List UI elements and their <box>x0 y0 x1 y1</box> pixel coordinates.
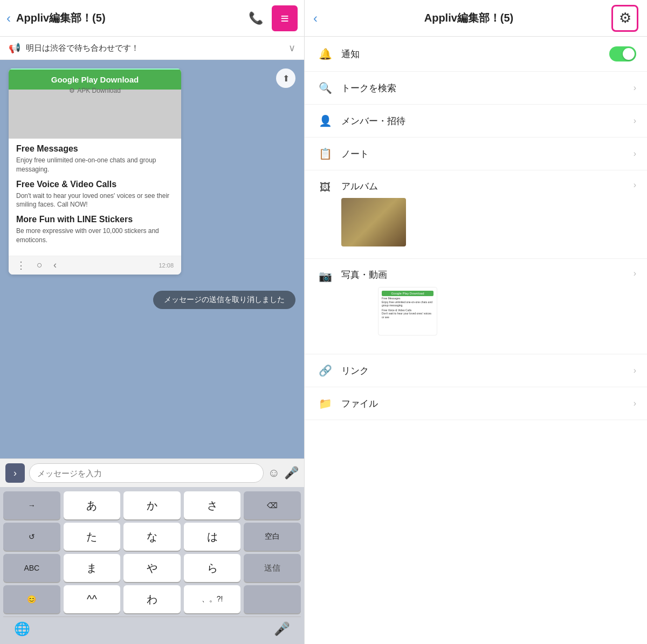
menu-item-files[interactable]: 📁 ファイル › <box>305 387 647 420</box>
key-wa[interactable]: わ <box>123 585 181 613</box>
files-chevron-icon: › <box>634 399 636 408</box>
gear-icon: ⚙ <box>619 10 631 26</box>
chat-area: Google Play Download ⚙ APK Download Free… <box>0 60 304 458</box>
keyboard: → あ か さ ⌫ ↺ た な は 空白 ABC ま や ら 送信 😊 ^^ わ… <box>0 487 304 644</box>
left-header: ‹ Appliv編集部！(5) 📞 ≡ <box>0 0 304 37</box>
right-title: Appliv編集部！(5) <box>326 11 611 25</box>
card-bottom-bar: ⋮ ○ ‹ 12:08 <box>9 256 181 275</box>
album-chevron-icon: › <box>634 180 636 190</box>
key-arrow[interactable]: → <box>3 491 60 519</box>
right-back-button[interactable]: ‹ <box>313 11 318 26</box>
key-ha[interactable]: は <box>184 523 241 551</box>
globe-icon[interactable]: 🌐 <box>14 621 30 636</box>
photo-thumbnail: Google Play Download Free MessagesEnjoy … <box>378 287 437 335</box>
keyboard-row-2: ↺ た な は 空白 <box>3 523 301 551</box>
menu-button[interactable]: ≡ <box>272 5 298 31</box>
key-empty <box>244 585 301 613</box>
input-area: › ☺ 🎤 <box>0 458 304 487</box>
files-icon: 📁 <box>315 397 335 410</box>
feature-title-3: More Fun with LINE Stickers <box>16 215 174 224</box>
menu-item-photos[interactable]: 📷 写真・動画 › Google Play Download Free Mess… <box>305 259 647 354</box>
menu-item-search[interactable]: 🔍 トークを検索 › <box>305 72 647 105</box>
photos-chevron-icon: › <box>634 269 636 278</box>
members-icon: 👤 <box>315 114 335 127</box>
right-header: ‹ Appliv編集部！(5) ⚙ <box>305 0 647 37</box>
links-chevron-icon: › <box>634 366 636 375</box>
files-label: ファイル <box>341 398 634 410</box>
message-input[interactable] <box>29 463 264 483</box>
key-na[interactable]: な <box>123 523 181 551</box>
key-abc[interactable]: ABC <box>3 554 60 582</box>
links-label: リンク <box>341 365 634 377</box>
notice-text: 明日は渋谷で待ち合わせです！ <box>26 43 288 53</box>
mic-keyboard-icon[interactable]: 🎤 <box>274 621 290 636</box>
nav-back-icon: ‹ <box>53 259 57 271</box>
search-icon: 🔍 <box>315 81 335 94</box>
key-punct[interactable]: 、。?! <box>184 585 241 613</box>
card-nav-icons: ⋮ ○ ‹ <box>16 259 57 271</box>
key-ma[interactable]: ま <box>64 554 121 582</box>
key-ra[interactable]: ら <box>184 554 241 582</box>
left-title: Appliv編集部！(5) <box>16 11 249 25</box>
key-space[interactable]: 空白 <box>244 523 301 551</box>
apk-download-link[interactable]: ⚙ APK Download <box>9 85 181 97</box>
message-time: 12:08 <box>159 262 174 269</box>
left-back-button[interactable]: ‹ <box>6 11 11 26</box>
feature-desc-2: Don't wait to hear your loved ones' voic… <box>16 191 174 210</box>
note-chevron-icon: › <box>634 149 636 159</box>
photos-icon: 📷 <box>315 270 335 283</box>
album-icon: 🖼 <box>315 181 335 194</box>
notification-bar: 📢 明日は渋谷で待ち合わせです！ ∨ <box>0 37 304 60</box>
key-daku[interactable]: ^^ <box>64 585 121 613</box>
keyboard-row-3: ABC ま や ら 送信 <box>3 554 301 582</box>
menu-item-note[interactable]: 📋 ノート › <box>305 138 647 170</box>
key-undo[interactable]: ↺ <box>3 523 60 551</box>
link-icon: 🔗 <box>315 364 335 377</box>
notification-label: 通知 <box>341 48 609 60</box>
menu-item-album[interactable]: 🖼 アルバム › <box>305 170 647 259</box>
cancel-message: メッセージの送信を取り消しました <box>153 291 295 309</box>
nav-menu-icon: ⋮ <box>16 259 26 271</box>
phone-icon[interactable]: 📞 <box>249 11 263 25</box>
mic-button[interactable]: 🎤 <box>284 466 299 480</box>
note-label: ノート <box>341 148 634 160</box>
keyboard-row-4: 😊 ^^ わ 、。?! <box>3 585 301 613</box>
key-backspace[interactable]: ⌫ <box>244 491 301 519</box>
share-button[interactable]: ⬆ <box>276 68 295 88</box>
keyboard-bottom-row: 🌐 🎤 <box>3 616 301 636</box>
right-panel: ‹ Appliv編集部！(5) ⚙ 🔔 通知 🔍 トークを検索 › 👤 メンバー… <box>305 0 647 644</box>
key-ka[interactable]: か <box>123 491 181 519</box>
menu-item-links[interactable]: 🔗 リンク › <box>305 354 647 387</box>
emoji-button[interactable]: ☺ <box>268 466 280 480</box>
settings-button[interactable]: ⚙ <box>611 5 638 32</box>
megaphone-icon: 📢 <box>9 42 20 54</box>
key-send[interactable]: 送信 <box>244 554 301 582</box>
menu-item-notification[interactable]: 🔔 通知 <box>305 37 647 72</box>
message-card: Google Play Download ⚙ APK Download Free… <box>9 68 181 275</box>
search-label: トークを検索 <box>341 82 634 94</box>
notification-toggle[interactable] <box>609 46 636 61</box>
album-thumbnail <box>341 198 406 246</box>
key-ya[interactable]: や <box>123 554 181 582</box>
notification-icon: 🔔 <box>315 47 335 60</box>
search-chevron-icon: › <box>634 83 636 93</box>
chevron-down-icon[interactable]: ∨ <box>288 42 295 54</box>
album-label: アルバム <box>341 180 634 193</box>
right-menu-list: 🔔 通知 🔍 トークを検索 › 👤 メンバー・招待 › 📋 ノート › 🖼 アル… <box>305 37 647 644</box>
feature-title-1: Free Messages <box>16 144 174 154</box>
menu-item-members[interactable]: 👤 メンバー・招待 › <box>305 105 647 138</box>
key-emoji[interactable]: 😊 <box>3 585 60 613</box>
key-a[interactable]: あ <box>64 491 121 519</box>
hamburger-icon: ≡ <box>280 11 288 25</box>
key-ta[interactable]: た <box>64 523 121 551</box>
feature-title-2: Free Voice & Video Calls <box>16 180 174 189</box>
left-panel: ‹ Appliv編集部！(5) 📞 ≡ 📢 明日は渋谷で待ち合わせです！ ∨ G… <box>0 0 305 644</box>
feature-desc-3: Be more expressive with over 10,000 stic… <box>16 227 174 245</box>
members-chevron-icon: › <box>634 116 636 126</box>
expand-button[interactable]: › <box>5 463 25 483</box>
key-sa[interactable]: さ <box>184 491 241 519</box>
note-icon: 📋 <box>315 147 335 160</box>
keyboard-row-1: → あ か さ ⌫ <box>3 491 301 519</box>
feature-desc-1: Enjoy free unlimited one-on-one chats an… <box>16 156 174 174</box>
card-image-area: Google Play Download ⚙ APK Download <box>9 68 181 139</box>
